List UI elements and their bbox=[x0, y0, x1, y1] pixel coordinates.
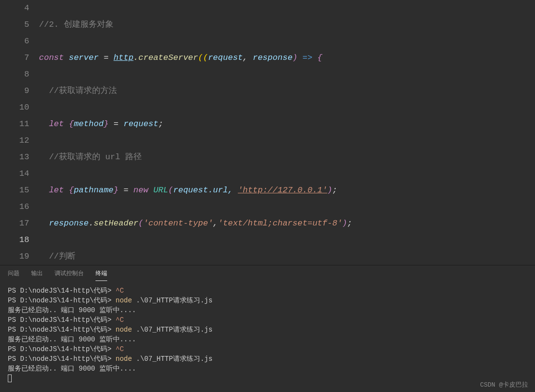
panel-tabs: 问题 输出 调试控制台 终端 bbox=[0, 265, 535, 281]
line-number: 12 bbox=[0, 132, 29, 149]
line-number-current: 18 bbox=[0, 232, 29, 248]
line-number: 17 bbox=[0, 215, 29, 232]
tab-terminal[interactable]: 终端 bbox=[96, 269, 107, 281]
tab-problems[interactable]: 问题 bbox=[8, 269, 19, 281]
line-number: 7 bbox=[0, 50, 29, 66]
line-number: 14 bbox=[0, 166, 29, 182]
line-number: 6 bbox=[0, 33, 29, 50]
line-gutter: 4 5 6 7 8 9 10 11 12 13 14 15 16 17 18 1… bbox=[0, 0, 39, 265]
terminal-cursor bbox=[8, 374, 12, 382]
line-number: 4 bbox=[0, 0, 29, 17]
line-number: 11 bbox=[0, 116, 29, 132]
line-number: 15 bbox=[0, 182, 29, 199]
code-editor[interactable]: 4 5 6 7 8 9 10 11 12 13 14 15 16 17 18 1… bbox=[0, 0, 535, 265]
line-number: 10 bbox=[0, 99, 29, 116]
terminal-content[interactable]: PS D:\nodeJS\14-http\代码> ^C PS D:\nodeJS… bbox=[0, 281, 535, 388]
bottom-panel: 问题 输出 调试控制台 终端 PS D:\nodeJS\14-http\代码> … bbox=[0, 265, 535, 392]
line-number: 13 bbox=[0, 149, 29, 166]
line-number: 9 bbox=[0, 83, 29, 99]
tab-output[interactable]: 输出 bbox=[31, 269, 43, 281]
line-number: 5 bbox=[0, 17, 29, 33]
comment: //2. 创建服务对象 bbox=[39, 20, 114, 29]
tab-debug-console[interactable]: 调试控制台 bbox=[55, 269, 84, 281]
code-area[interactable]: //2. 创建服务对象 const server = http.createSe… bbox=[39, 0, 535, 265]
line-number: 16 bbox=[0, 199, 29, 215]
line-number: 8 bbox=[0, 66, 29, 83]
line-number: 19 bbox=[0, 248, 29, 265]
watermark: CSDN @卡皮巴拉 bbox=[480, 380, 528, 389]
